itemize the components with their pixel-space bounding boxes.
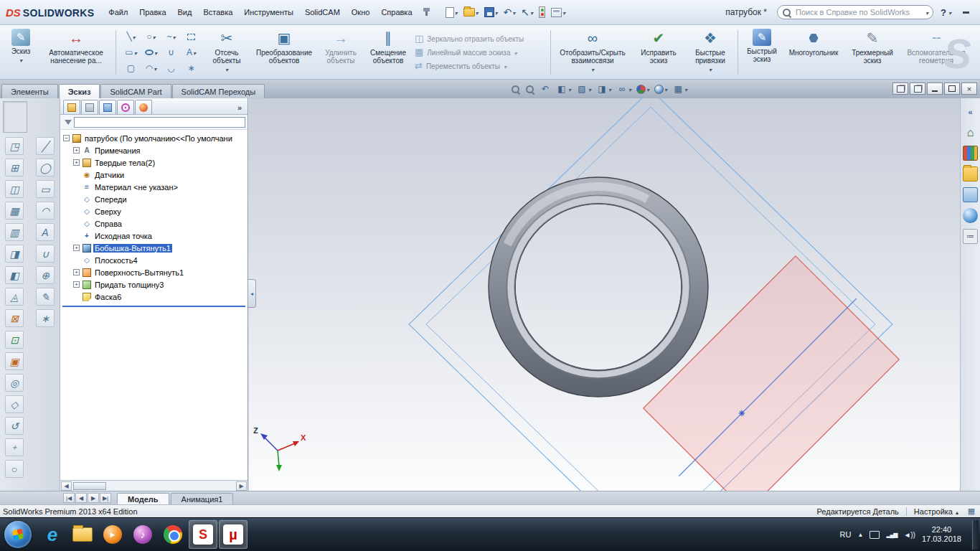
undo-button[interactable]: ↶	[502, 6, 517, 19]
status-grid-icon[interactable]: ▦	[966, 507, 977, 516]
solidworks-resources-icon[interactable]	[963, 125, 978, 140]
panel-horizontal-scrollbar[interactable]: ◀ ▶	[60, 480, 248, 491]
model-tab[interactable]: Модель	[117, 493, 169, 504]
dropdown-icon[interactable]	[19, 55, 22, 64]
dropdown-icon[interactable]	[588, 85, 591, 93]
three-point-arc-button[interactable]: ◡	[161, 61, 181, 76]
display-tray-icon[interactable]	[870, 531, 880, 539]
view-palette-icon[interactable]	[963, 187, 978, 202]
circle-button[interactable]: ○	[141, 29, 161, 44]
taskbar-explorer[interactable]	[68, 520, 97, 549]
menu-view[interactable]: Вид	[172, 5, 198, 19]
taskbar-internet-explorer[interactable]	[38, 520, 67, 549]
flange-ring-body[interactable]	[489, 177, 708, 397]
save-button[interactable]	[483, 6, 499, 19]
menu-file[interactable]: Файл	[103, 5, 133, 19]
cam-tool-icon[interactable]	[5, 180, 24, 198]
taskbar-mu-app[interactable]: µ	[219, 520, 248, 549]
configurationmanager-tab[interactable]	[99, 100, 116, 114]
cam-tool-icon[interactable]	[5, 331, 24, 349]
edit-appearance-button[interactable]	[635, 84, 651, 95]
dropdown-icon[interactable]	[568, 85, 571, 93]
view-settings-button[interactable]: ▦	[671, 83, 689, 95]
rebuild-button[interactable]	[537, 5, 547, 19]
tab-features[interactable]: Элементы	[1, 84, 58, 98]
dropdown-icon[interactable]	[628, 85, 631, 93]
tree-item-origin[interactable]: Исходная точка	[60, 230, 248, 242]
dropdown-icon[interactable]	[514, 49, 517, 57]
tree-item-thicken3[interactable]: + Придать толщину3	[60, 278, 248, 291]
panel-collapse-button[interactable]: ◂	[248, 279, 256, 308]
rounded-rectangle-button[interactable]: ▢	[121, 61, 141, 76]
dropdown-icon[interactable]	[154, 64, 156, 72]
doc-window-icon[interactable]	[910, 83, 925, 95]
show-desktop-button[interactable]	[972, 520, 979, 550]
dropdown-icon[interactable]	[193, 48, 196, 57]
menu-insert[interactable]: Вставка	[197, 5, 238, 19]
search-box[interactable]	[777, 5, 933, 19]
cam-tool-icon[interactable]	[5, 417, 24, 435]
animation-tab[interactable]: Анимация1	[171, 493, 234, 504]
dropdown-icon[interactable]	[153, 32, 156, 41]
tree-filter-input[interactable]	[74, 117, 245, 128]
previous-view-button[interactable]: ↶	[538, 83, 552, 95]
dropdown-icon[interactable]	[530, 8, 533, 17]
tree-item-plane4[interactable]: Плоскость4	[60, 254, 248, 266]
point-button[interactable]: ∗	[182, 61, 201, 76]
sketch-tool-icon[interactable]	[36, 266, 55, 284]
featuremanager-tab[interactable]	[63, 100, 80, 114]
parabola-button[interactable]: ∪	[161, 45, 181, 60]
units-settings-button[interactable]: Настройка	[914, 507, 958, 516]
clock[interactable]: 22:40 17.03.2018	[922, 525, 961, 544]
menu-help[interactable]: Справка	[375, 5, 418, 19]
first-tab-button[interactable]: |◀	[63, 493, 75, 503]
file-explorer-icon[interactable]	[963, 166, 978, 182]
dropdown-icon[interactable]	[608, 85, 611, 93]
convert-entities-button[interactable]: ▣ Преобразование объектов	[251, 27, 317, 77]
open-button[interactable]	[462, 6, 480, 18]
dropdown-icon[interactable]	[476, 8, 479, 17]
sketch-tool-icon[interactable]	[36, 288, 55, 306]
cam-tool-icon[interactable]	[5, 352, 24, 370]
view-orientation-button[interactable]: ▧	[575, 83, 593, 95]
network-tray-icon[interactable]: ▂▄▆	[886, 532, 897, 538]
tree-item-part-root[interactable]: − патрубок (По умолчанию<<По умолчани	[60, 132, 248, 144]
scroll-left-button[interactable]: ◀	[61, 481, 72, 491]
tree-item-solid-bodies[interactable]: + Твердые тела(2)	[60, 156, 248, 169]
move-entities-button[interactable]: ⇄ Переместить объекты	[415, 60, 545, 73]
tab-solidcam-part[interactable]: SolidCAM Part	[100, 84, 171, 98]
polygon-button[interactable]: Многоугольник	[783, 27, 844, 77]
extend-entities-button[interactable]: → Удлинить объекты	[319, 27, 363, 77]
dropdown-icon[interactable]	[664, 85, 667, 93]
cam-tool-icon[interactable]	[5, 374, 24, 392]
start-button[interactable]	[4, 521, 32, 548]
tree-item-front-plane[interactable]: Спереди	[60, 193, 248, 205]
collapse-expander-icon[interactable]: −	[63, 135, 70, 141]
spline-button[interactable]: ~	[161, 29, 181, 44]
repair-sketch-button[interactable]: ✔ Исправить эскиз	[632, 27, 685, 77]
dropdown-icon[interactable]	[646, 85, 649, 93]
cam-tool-icon[interactable]	[5, 460, 24, 478]
tree-item-sensors[interactable]: Датчики	[60, 169, 248, 181]
cam-tool-icon[interactable]	[5, 438, 24, 456]
scrollbar-thumb[interactable]	[73, 482, 106, 490]
tree-item-surface-extrude1[interactable]: + Поверхность-Вытянуть1	[60, 266, 248, 278]
select-button[interactable]: ↖	[519, 6, 534, 19]
sketch-tool-icon[interactable]	[36, 137, 55, 155]
dropdown-icon[interactable]	[504, 62, 507, 70]
linear-sketch-pattern-button[interactable]: ▦ Линейный массив эскиза	[415, 46, 545, 60]
displaymanager-tab[interactable]	[135, 100, 152, 114]
cam-tool-icon[interactable]	[5, 288, 24, 306]
dropdown-icon[interactable]	[134, 48, 137, 57]
dropdown-icon[interactable]	[562, 8, 565, 17]
menu-edit[interactable]: Правка	[133, 5, 171, 19]
quick-snaps-button[interactable]: ❖ Быстрые привязки	[687, 27, 734, 77]
new-document-button[interactable]	[444, 6, 459, 19]
expander-icon[interactable]: +	[73, 159, 80, 166]
sketch-3d-button[interactable]: ✎ Трехмерный эскиз	[845, 27, 900, 77]
zoom-fit-button[interactable]	[509, 84, 522, 95]
sketch-tool-icon[interactable]	[36, 202, 55, 220]
tree-item-chamfer6[interactable]: Фаска6	[60, 291, 248, 303]
doc-restore-button[interactable]	[944, 83, 960, 95]
minimize-button[interactable]	[957, 6, 974, 18]
